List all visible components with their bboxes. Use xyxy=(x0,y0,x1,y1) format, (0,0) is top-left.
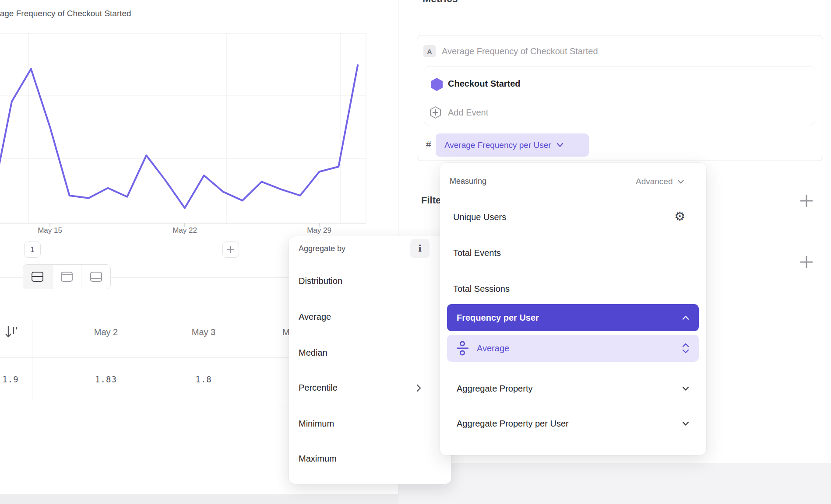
unfold-icon xyxy=(682,343,689,354)
add-filter-button[interactable] xyxy=(799,193,814,208)
x-tick-label: May 29 xyxy=(293,226,345,235)
measuring-title: Measuring xyxy=(450,177,486,186)
aggregate-property-label: Aggregate Property xyxy=(457,384,532,394)
info-icon[interactable]: i xyxy=(410,239,430,258)
split-view-icon xyxy=(32,272,43,282)
event-name[interactable]: Checkout Started xyxy=(448,79,521,89)
x-tick-label: May 22 xyxy=(158,226,211,235)
top-panel-icon xyxy=(61,272,73,282)
chevron-down-icon xyxy=(556,143,563,147)
bottom-panel-icon xyxy=(90,272,102,282)
table-cell: 1.8 xyxy=(160,374,247,384)
view-toggle-chart-and-table[interactable] xyxy=(23,265,53,289)
measurement-label: Average Frequency per User xyxy=(444,140,551,150)
sort-descending-icon[interactable] xyxy=(4,324,19,340)
measuring-option-unique-users[interactable]: Unique Users xyxy=(453,212,506,222)
table-header-cell[interactable]: May 3 xyxy=(160,327,247,337)
view-toggle-table-only[interactable] xyxy=(81,265,110,289)
table-cell: 1.83 xyxy=(62,374,150,384)
aggregate-by-menu xyxy=(289,236,451,484)
aggregate-property-per-user-label: Aggregate Property per User xyxy=(457,419,569,429)
measuring-option-frequency-per-user-selected[interactable]: Frequency per User xyxy=(447,304,699,331)
number-type-icon: # xyxy=(426,139,431,150)
menu-item-median[interactable]: Median xyxy=(299,348,327,358)
metrics-section-title: Metrics xyxy=(423,0,458,5)
gear-icon[interactable]: ⚙ xyxy=(674,210,685,223)
advanced-dropdown[interactable]: Advanced xyxy=(636,177,684,186)
menu-item-maximum[interactable]: Maximum xyxy=(299,454,337,464)
table-column-divider xyxy=(32,320,32,401)
measuring-option-total-sessions[interactable]: Total Sessions xyxy=(453,284,510,294)
advanced-label: Advanced xyxy=(636,177,673,186)
analytics-app: Average Frequency of Checkout Started Ma… xyxy=(0,0,831,504)
view-toggle-group xyxy=(23,264,111,289)
canvas-background xyxy=(398,463,831,504)
measurement-dropdown[interactable]: Average Frequency per User xyxy=(436,133,589,157)
add-event-label: Add Event xyxy=(448,108,488,118)
frequency-aggregation-average[interactable]: Average xyxy=(447,335,699,362)
menu-item-average[interactable]: Average xyxy=(299,312,331,322)
chevron-down-icon xyxy=(677,179,684,184)
line-chart xyxy=(0,0,398,232)
metric-title-input[interactable]: Average Frequency of Checkout Started xyxy=(442,46,598,56)
chevron-down-icon xyxy=(682,421,689,426)
table-header-cell[interactable]: May 2 xyxy=(62,327,150,337)
metric-letter-badge: A xyxy=(423,45,436,57)
bottom-gutter xyxy=(0,494,398,504)
chevron-right-icon xyxy=(416,384,422,392)
measuring-option-total-events[interactable]: Total Events xyxy=(453,248,501,258)
add-event-button[interactable]: Add Event xyxy=(430,106,488,119)
add-metric-icon[interactable]: + xyxy=(803,0,810,4)
chevron-up-icon xyxy=(682,315,689,320)
average-label: Average xyxy=(477,343,674,354)
menu-item-minimum[interactable]: Minimum xyxy=(299,419,334,429)
aggregate-by-title: Aggregate by xyxy=(299,244,345,253)
table-cell: 1.9 xyxy=(0,374,54,384)
chevron-down-icon xyxy=(682,386,689,391)
division-icon xyxy=(457,341,469,356)
add-annotation-button[interactable] xyxy=(222,242,239,258)
chart-data-line xyxy=(0,65,358,208)
selected-option-label: Frequency per User xyxy=(457,313,539,323)
measuring-option-aggregate-property[interactable]: Aggregate Property xyxy=(447,384,699,394)
x-tick-label: May 15 xyxy=(24,226,76,235)
interval-stepper[interactable]: 1 xyxy=(24,242,41,258)
add-event-hexagon-icon xyxy=(430,106,441,119)
measuring-option-aggregate-property-per-user[interactable]: Aggregate Property per User xyxy=(447,419,699,429)
menu-item-distribution[interactable]: Distribution xyxy=(299,276,342,286)
add-breakdown-button[interactable] xyxy=(799,255,814,270)
menu-item-percentile[interactable]: Percentile xyxy=(299,383,338,393)
plus-icon xyxy=(226,245,235,254)
view-toggle-chart-only[interactable] xyxy=(53,265,82,289)
